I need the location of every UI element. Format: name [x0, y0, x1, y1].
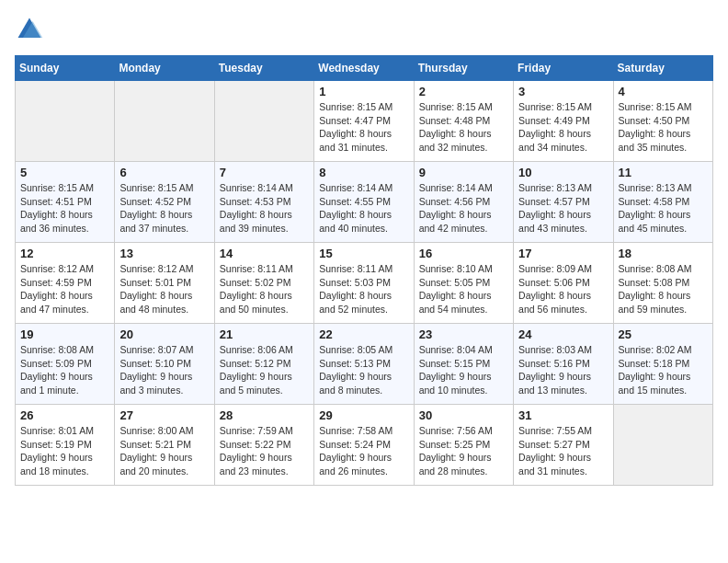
day-number: 14 — [220, 247, 309, 260]
day-number: 5 — [20, 166, 109, 179]
calendar-cell: 4Sunrise: 8:15 AMSunset: 4:50 PMDaylight… — [613, 81, 712, 162]
calendar-cell: 3Sunrise: 8:15 AMSunset: 4:49 PMDaylight… — [514, 81, 613, 162]
day-number: 2 — [419, 85, 508, 98]
day-number: 31 — [518, 408, 608, 422]
calendar-week-row: 5Sunrise: 8:15 AMSunset: 4:51 PMDaylight… — [16, 162, 713, 243]
day-info: Sunrise: 8:12 AMSunset: 4:59 PMDaylight:… — [20, 262, 109, 316]
day-number: 24 — [518, 327, 608, 341]
day-info: Sunrise: 7:56 AMSunset: 5:25 PMDaylight:… — [419, 424, 508, 478]
day-number: 8 — [319, 166, 408, 179]
day-info: Sunrise: 8:14 AMSunset: 4:56 PMDaylight:… — [419, 181, 508, 236]
day-number: 20 — [119, 327, 209, 341]
day-number: 10 — [518, 166, 608, 179]
weekday-header: Wednesday — [314, 56, 414, 81]
day-info: Sunrise: 8:15 AMSunset: 4:51 PMDaylight:… — [20, 181, 109, 236]
calendar-cell: 7Sunrise: 8:14 AMSunset: 4:53 PMDaylight… — [214, 162, 313, 243]
weekday-header: Tuesday — [214, 56, 313, 81]
day-info: Sunrise: 8:12 AMSunset: 5:01 PMDaylight:… — [119, 262, 209, 316]
logo — [15, 15, 48, 44]
calendar-cell: 23Sunrise: 8:04 AMSunset: 5:15 PMDayligh… — [414, 324, 513, 405]
day-info: Sunrise: 8:01 AMSunset: 5:19 PMDaylight:… — [20, 424, 109, 478]
calendar-cell: 22Sunrise: 8:05 AMSunset: 5:13 PMDayligh… — [314, 324, 414, 405]
day-number: 27 — [119, 408, 209, 422]
calendar-cell: 10Sunrise: 8:13 AMSunset: 4:57 PMDayligh… — [514, 162, 613, 243]
calendar-cell — [115, 81, 214, 162]
weekday-header: Thursday — [414, 56, 513, 81]
day-info: Sunrise: 7:59 AMSunset: 5:22 PMDaylight:… — [220, 424, 309, 478]
day-info: Sunrise: 8:15 AMSunset: 4:47 PMDaylight:… — [319, 100, 408, 155]
weekday-header: Saturday — [613, 56, 712, 81]
day-number: 6 — [119, 166, 209, 179]
calendar-cell: 27Sunrise: 8:00 AMSunset: 5:21 PMDayligh… — [115, 405, 214, 486]
calendar-cell: 5Sunrise: 8:15 AMSunset: 4:51 PMDaylight… — [16, 162, 115, 243]
day-info: Sunrise: 8:07 AMSunset: 5:10 PMDaylight:… — [119, 343, 209, 397]
day-info: Sunrise: 8:04 AMSunset: 5:15 PMDaylight:… — [419, 343, 508, 397]
calendar-cell: 9Sunrise: 8:14 AMSunset: 4:56 PMDaylight… — [414, 162, 513, 243]
day-info: Sunrise: 8:10 AMSunset: 5:05 PMDaylight:… — [419, 262, 508, 316]
calendar-cell: 28Sunrise: 7:59 AMSunset: 5:22 PMDayligh… — [214, 405, 313, 486]
day-info: Sunrise: 8:15 AMSunset: 4:50 PMDaylight:… — [619, 100, 708, 155]
day-number: 7 — [220, 166, 309, 179]
calendar-cell: 19Sunrise: 8:08 AMSunset: 5:09 PMDayligh… — [16, 324, 115, 405]
calendar-cell: 31Sunrise: 7:55 AMSunset: 5:27 PMDayligh… — [514, 405, 613, 486]
calendar-cell: 17Sunrise: 8:09 AMSunset: 5:06 PMDayligh… — [514, 243, 613, 324]
day-info: Sunrise: 8:06 AMSunset: 5:12 PMDaylight:… — [220, 343, 309, 397]
calendar-cell: 20Sunrise: 8:07 AMSunset: 5:10 PMDayligh… — [115, 324, 214, 405]
day-number: 13 — [119, 247, 209, 260]
day-info: Sunrise: 8:03 AMSunset: 5:16 PMDaylight:… — [518, 343, 608, 397]
calendar-week-row: 12Sunrise: 8:12 AMSunset: 4:59 PMDayligh… — [16, 243, 713, 324]
calendar-cell: 26Sunrise: 8:01 AMSunset: 5:19 PMDayligh… — [16, 405, 115, 486]
day-number: 1 — [319, 85, 408, 98]
calendar-cell: 1Sunrise: 8:15 AMSunset: 4:47 PMDaylight… — [314, 81, 414, 162]
day-info: Sunrise: 7:58 AMSunset: 5:24 PMDaylight:… — [319, 424, 408, 478]
day-number: 18 — [619, 247, 708, 260]
calendar-cell: 12Sunrise: 8:12 AMSunset: 4:59 PMDayligh… — [16, 243, 115, 324]
calendar-cell: 24Sunrise: 8:03 AMSunset: 5:16 PMDayligh… — [514, 324, 613, 405]
day-info: Sunrise: 8:15 AMSunset: 4:49 PMDaylight:… — [518, 100, 608, 155]
day-info: Sunrise: 8:08 AMSunset: 5:08 PMDaylight:… — [619, 262, 708, 316]
day-number: 11 — [619, 166, 708, 179]
day-number: 29 — [319, 408, 408, 422]
day-info: Sunrise: 8:05 AMSunset: 5:13 PMDaylight:… — [319, 343, 408, 397]
weekday-header: Friday — [514, 56, 613, 81]
calendar-cell: 21Sunrise: 8:06 AMSunset: 5:12 PMDayligh… — [214, 324, 313, 405]
day-number: 22 — [319, 327, 408, 341]
day-info: Sunrise: 8:00 AMSunset: 5:21 PMDaylight:… — [119, 424, 209, 478]
day-number: 19 — [20, 327, 109, 341]
day-info: Sunrise: 7:55 AMSunset: 5:27 PMDaylight:… — [518, 424, 608, 478]
day-number: 4 — [619, 85, 708, 98]
day-number: 17 — [518, 247, 608, 260]
calendar-cell: 8Sunrise: 8:14 AMSunset: 4:55 PMDaylight… — [314, 162, 414, 243]
calendar-cell: 30Sunrise: 7:56 AMSunset: 5:25 PMDayligh… — [414, 405, 513, 486]
calendar-cell: 2Sunrise: 8:15 AMSunset: 4:48 PMDaylight… — [414, 81, 513, 162]
day-info: Sunrise: 8:13 AMSunset: 4:57 PMDaylight:… — [518, 181, 608, 236]
day-info: Sunrise: 8:14 AMSunset: 4:55 PMDaylight:… — [319, 181, 408, 236]
day-info: Sunrise: 8:15 AMSunset: 4:48 PMDaylight:… — [419, 100, 508, 155]
calendar-cell: 6Sunrise: 8:15 AMSunset: 4:52 PMDaylight… — [115, 162, 214, 243]
day-info: Sunrise: 8:11 AMSunset: 5:03 PMDaylight:… — [319, 262, 408, 316]
day-number: 12 — [20, 247, 109, 260]
day-number: 23 — [419, 327, 508, 341]
day-info: Sunrise: 8:08 AMSunset: 5:09 PMDaylight:… — [20, 343, 109, 397]
calendar-cell: 15Sunrise: 8:11 AMSunset: 5:03 PMDayligh… — [314, 243, 414, 324]
day-number: 15 — [319, 247, 408, 260]
calendar-cell: 16Sunrise: 8:10 AMSunset: 5:05 PMDayligh… — [414, 243, 513, 324]
day-number: 25 — [619, 327, 708, 341]
weekday-header: Monday — [115, 56, 214, 81]
logo-icon — [15, 15, 44, 44]
day-info: Sunrise: 8:13 AMSunset: 4:58 PMDaylight:… — [619, 181, 708, 236]
weekday-header: Sunday — [16, 56, 115, 81]
day-number: 16 — [419, 247, 508, 260]
calendar-table: SundayMondayTuesdayWednesdayThursdayFrid… — [15, 55, 713, 486]
calendar-cell: 25Sunrise: 8:02 AMSunset: 5:18 PMDayligh… — [613, 324, 712, 405]
calendar-week-row: 1Sunrise: 8:15 AMSunset: 4:47 PMDaylight… — [16, 81, 713, 162]
calendar-week-row: 26Sunrise: 8:01 AMSunset: 5:19 PMDayligh… — [16, 405, 713, 486]
day-info: Sunrise: 8:09 AMSunset: 5:06 PMDaylight:… — [518, 262, 608, 316]
day-info: Sunrise: 8:15 AMSunset: 4:52 PMDaylight:… — [119, 181, 209, 236]
calendar-header-row: SundayMondayTuesdayWednesdayThursdayFrid… — [16, 56, 713, 81]
day-number: 3 — [518, 85, 608, 98]
day-number: 30 — [419, 408, 508, 422]
calendar-cell — [613, 405, 712, 486]
page-header — [15, 15, 713, 44]
calendar-cell: 14Sunrise: 8:11 AMSunset: 5:02 PMDayligh… — [214, 243, 313, 324]
